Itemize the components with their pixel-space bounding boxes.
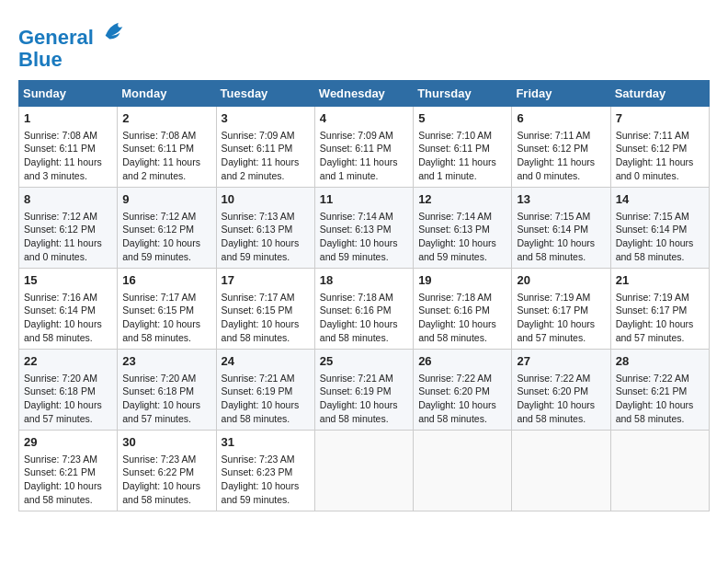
day-info-line: Daylight: 11 hours xyxy=(122,156,200,167)
page-header: General Blue xyxy=(18,18,710,71)
day-info-line: Sunrise: 7:21 AM xyxy=(320,373,393,384)
day-info-line: and 58 minutes. xyxy=(24,494,93,505)
day-info-line: and 58 minutes. xyxy=(122,494,191,505)
day-number: 5 xyxy=(418,110,506,127)
day-info-line: and 58 minutes. xyxy=(320,413,389,424)
day-info-line: and 58 minutes. xyxy=(122,332,191,343)
day-number: 3 xyxy=(222,110,310,127)
calendar-cell: 29Sunrise: 7:23 AMSunset: 6:21 PMDayligh… xyxy=(19,431,118,511)
day-info-line: and 2 minutes. xyxy=(222,170,285,181)
day-info-line: Sunrise: 7:12 AM xyxy=(122,211,196,222)
day-number: 6 xyxy=(517,110,605,127)
calendar-cell: 26Sunrise: 7:22 AMSunset: 6:20 PMDayligh… xyxy=(414,350,512,431)
day-info-line: Daylight: 11 hours xyxy=(24,156,102,167)
day-info-line: Daylight: 10 hours xyxy=(24,399,102,410)
day-info-line: Sunrise: 7:19 AM xyxy=(517,292,590,303)
day-info-line: and 3 minutes. xyxy=(24,170,87,181)
day-info-line: Sunset: 6:19 PM xyxy=(222,385,293,396)
day-info-line: Daylight: 10 hours xyxy=(616,318,694,329)
day-number: 24 xyxy=(222,353,310,370)
day-info-line: Daylight: 10 hours xyxy=(222,399,300,410)
day-info-line: Sunset: 6:15 PM xyxy=(222,304,293,316)
calendar-cell: 17Sunrise: 7:17 AMSunset: 6:15 PMDayligh… xyxy=(216,269,314,350)
day-info-line: Daylight: 11 hours xyxy=(24,237,102,248)
day-info-line: Sunrise: 7:23 AM xyxy=(122,454,196,465)
day-info-line: and 58 minutes. xyxy=(616,413,685,424)
day-info-line: and 0 minutes. xyxy=(24,251,87,262)
day-number: 13 xyxy=(517,191,605,208)
day-number: 11 xyxy=(320,191,408,208)
day-info-line: and 58 minutes. xyxy=(222,413,290,424)
day-number: 23 xyxy=(122,353,210,370)
day-info-line: Sunrise: 7:11 AM xyxy=(517,130,590,141)
day-info-line: and 1 minute. xyxy=(418,170,477,181)
day-header-saturday: Saturday xyxy=(610,81,709,107)
calendar-cell: 12Sunrise: 7:14 AMSunset: 6:13 PMDayligh… xyxy=(414,188,512,269)
day-number: 20 xyxy=(517,272,605,289)
day-header-tuesday: Tuesday xyxy=(216,81,314,107)
day-info-line: Daylight: 10 hours xyxy=(24,480,102,491)
day-number: 25 xyxy=(320,353,408,370)
day-info-line: Daylight: 10 hours xyxy=(122,480,200,491)
day-info-line: Sunrise: 7:21 AM xyxy=(222,373,295,384)
logo: General Blue xyxy=(18,18,127,71)
day-number: 22 xyxy=(24,353,112,370)
day-number: 1 xyxy=(24,110,112,127)
day-number: 8 xyxy=(24,191,112,208)
calendar-cell xyxy=(610,431,709,511)
calendar-cell xyxy=(414,431,512,511)
day-info-line: and 57 minutes. xyxy=(616,332,685,343)
day-info-line: Sunrise: 7:14 AM xyxy=(418,211,492,222)
day-info-line: Sunset: 6:16 PM xyxy=(418,304,490,316)
day-info-line: Daylight: 10 hours xyxy=(122,237,200,248)
day-number: 29 xyxy=(24,434,112,451)
day-info-line: Daylight: 10 hours xyxy=(418,399,496,410)
day-info-line: Sunset: 6:13 PM xyxy=(320,224,392,235)
calendar-cell: 10Sunrise: 7:13 AMSunset: 6:13 PMDayligh… xyxy=(216,188,314,269)
day-number: 7 xyxy=(616,110,704,127)
calendar-week-3: 15Sunrise: 7:16 AMSunset: 6:14 PMDayligh… xyxy=(19,269,710,350)
day-info-line: Sunrise: 7:20 AM xyxy=(24,373,97,384)
day-info-line: Sunset: 6:11 PM xyxy=(418,143,490,154)
logo-text: General Blue xyxy=(18,18,127,71)
day-info-line: Sunset: 6:12 PM xyxy=(616,143,688,154)
day-info-line: Sunset: 6:18 PM xyxy=(24,385,96,396)
day-info-line: Sunrise: 7:23 AM xyxy=(222,454,295,465)
calendar-cell: 1Sunrise: 7:08 AMSunset: 6:11 PMDaylight… xyxy=(19,107,118,188)
calendar-cell: 9Sunrise: 7:12 AMSunset: 6:12 PMDaylight… xyxy=(118,188,216,269)
day-header-sunday: Sunday xyxy=(19,81,118,107)
calendar-cell xyxy=(512,431,610,511)
day-info-line: and 58 minutes. xyxy=(517,413,586,424)
day-info-line: and 59 minutes. xyxy=(122,251,191,262)
calendar-cell: 19Sunrise: 7:18 AMSunset: 6:16 PMDayligh… xyxy=(414,269,512,350)
day-number: 10 xyxy=(222,191,310,208)
day-number: 4 xyxy=(320,110,408,127)
day-info-line: and 57 minutes. xyxy=(517,332,586,343)
day-info-line: Daylight: 10 hours xyxy=(122,399,200,410)
day-info-line: and 0 minutes. xyxy=(616,170,679,181)
day-info-line: Sunrise: 7:18 AM xyxy=(418,292,492,303)
calendar-week-4: 22Sunrise: 7:20 AMSunset: 6:18 PMDayligh… xyxy=(19,350,710,431)
day-info-line: Daylight: 10 hours xyxy=(418,318,496,329)
day-info-line: Sunrise: 7:09 AM xyxy=(320,130,393,141)
day-info-line: Sunrise: 7:14 AM xyxy=(320,211,393,222)
day-info-line: Daylight: 11 hours xyxy=(418,156,496,167)
calendar-cell: 23Sunrise: 7:20 AMSunset: 6:18 PMDayligh… xyxy=(118,350,216,431)
day-info-line: Sunset: 6:23 PM xyxy=(222,466,293,477)
day-number: 16 xyxy=(122,272,210,289)
day-info-line: Sunset: 6:14 PM xyxy=(616,224,688,235)
day-info-line: Daylight: 10 hours xyxy=(320,399,398,410)
calendar-cell: 8Sunrise: 7:12 AMSunset: 6:12 PMDaylight… xyxy=(19,188,118,269)
day-info-line: Sunset: 6:22 PM xyxy=(122,466,194,477)
day-info-line: and 57 minutes. xyxy=(122,413,191,424)
day-info-line: Sunrise: 7:15 AM xyxy=(616,211,689,222)
day-number: 12 xyxy=(418,191,506,208)
day-info-line: Sunset: 6:15 PM xyxy=(122,304,194,316)
day-info-line: Daylight: 10 hours xyxy=(517,399,595,410)
day-info-line: and 57 minutes. xyxy=(24,413,93,424)
day-info-line: Daylight: 10 hours xyxy=(222,318,300,329)
calendar-cell: 16Sunrise: 7:17 AMSunset: 6:15 PMDayligh… xyxy=(118,269,216,350)
day-info-line: Sunset: 6:14 PM xyxy=(517,224,588,235)
day-info-line: and 58 minutes. xyxy=(418,413,487,424)
day-info-line: and 58 minutes. xyxy=(418,332,487,343)
